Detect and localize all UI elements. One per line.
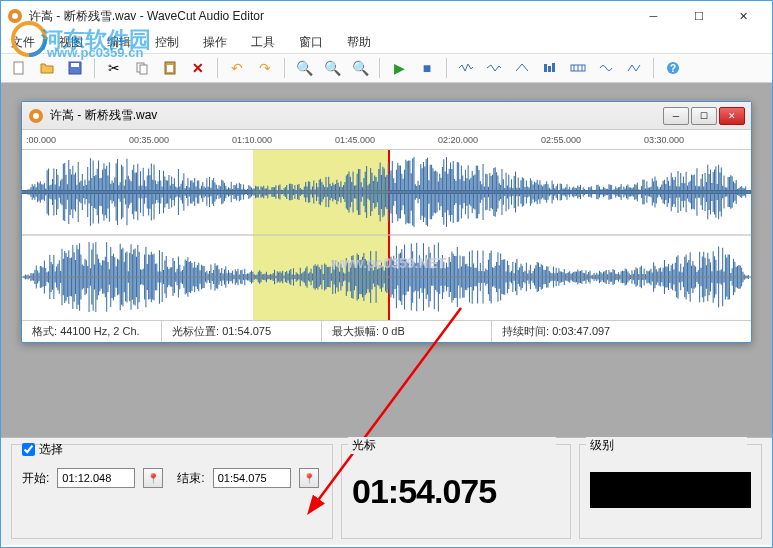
waveform-area[interactable] — [22, 150, 751, 320]
status-cursor: 光标位置: 01:54.075 — [162, 321, 322, 342]
menu-edit[interactable]: 编辑 — [107, 34, 131, 51]
maximize-button[interactable]: ☐ — [676, 2, 721, 30]
document-titlebar[interactable]: 许嵩 - 断桥残雪.wav ─ ☐ ✕ — [22, 102, 751, 130]
svg-rect-4 — [71, 63, 79, 67]
time-tick: 02:55.000 — [541, 135, 644, 145]
window-titlebar: 许嵩 - 断桥残雪.wav - WaveCut Audio Editor ─ ☐… — [1, 1, 772, 31]
svg-rect-10 — [548, 66, 551, 72]
cursor-time-display: 01:54.075 — [352, 472, 560, 511]
help-toolbar-button[interactable]: ? — [661, 56, 685, 80]
timeline-ruler[interactable]: :00.000 00:35.000 01:10.000 01:45.000 02… — [22, 130, 751, 150]
svg-rect-9 — [544, 64, 547, 72]
time-tick: 02:20.000 — [438, 135, 541, 145]
workspace: 许嵩 - 断桥残雪.wav ─ ☐ ✕ :00.000 00:35.000 01… — [1, 83, 772, 437]
undo-button[interactable]: ↶ — [225, 56, 249, 80]
copy-button[interactable] — [130, 56, 154, 80]
zoom-fit-button[interactable]: 🔍 — [348, 56, 372, 80]
level-meter — [590, 472, 751, 508]
selection-label: 选择 — [39, 441, 63, 458]
save-button[interactable] — [63, 56, 87, 80]
cursor-panel-label: 光标 — [348, 437, 556, 454]
effect1-button[interactable] — [454, 56, 478, 80]
start-input[interactable] — [57, 468, 135, 488]
menu-control[interactable]: 控制 — [155, 34, 179, 51]
time-tick: 01:45.000 — [335, 135, 438, 145]
app-icon — [7, 8, 23, 24]
minimize-button[interactable]: ─ — [631, 2, 676, 30]
document-icon — [28, 108, 44, 124]
paste-button[interactable] — [158, 56, 182, 80]
delete-button[interactable]: ✕ — [186, 56, 210, 80]
stop-button[interactable]: ■ — [415, 56, 439, 80]
svg-rect-2 — [14, 62, 23, 74]
effect6-button[interactable] — [594, 56, 618, 80]
svg-rect-8 — [167, 65, 173, 72]
waveform-render — [22, 150, 751, 320]
start-picker-button[interactable]: 📍 — [143, 468, 163, 488]
effect4-button[interactable] — [538, 56, 562, 80]
level-panel: 级别 — [579, 444, 762, 539]
play-button[interactable]: ▶ — [387, 56, 411, 80]
selection-panel: 选择 开始: 📍 结束: 📍 — [11, 444, 333, 539]
bottom-panel: 选择 开始: 📍 结束: 📍 光标 01:54.075 级别 — [1, 437, 772, 545]
menu-operate[interactable]: 操作 — [203, 34, 227, 51]
scissors-icon: ✂ — [108, 60, 120, 76]
pin-icon: 📍 — [303, 473, 315, 484]
svg-text:?: ? — [670, 63, 676, 74]
effect5-button[interactable] — [566, 56, 590, 80]
new-button[interactable] — [7, 56, 31, 80]
cursor-panel: 光标 01:54.075 — [341, 444, 571, 539]
time-tick: 03:30.000 — [644, 135, 747, 145]
menu-window[interactable]: 窗口 — [299, 34, 323, 51]
zoom-out-button[interactable]: 🔍 — [320, 56, 344, 80]
time-tick: 01:10.000 — [232, 135, 335, 145]
status-bar: 格式: 44100 Hz, 2 Ch. 光标位置: 01:54.075 最大振幅… — [22, 320, 751, 342]
svg-rect-6 — [140, 65, 147, 74]
end-picker-button[interactable]: 📍 — [299, 468, 319, 488]
doc-close-button[interactable]: ✕ — [719, 107, 745, 125]
doc-maximize-button[interactable]: ☐ — [691, 107, 717, 125]
effect7-button[interactable] — [622, 56, 646, 80]
svg-point-19 — [33, 113, 39, 119]
document-window: 许嵩 - 断桥残雪.wav ─ ☐ ✕ :00.000 00:35.000 01… — [21, 101, 752, 343]
menu-tool[interactable]: 工具 — [251, 34, 275, 51]
end-input[interactable] — [213, 468, 291, 488]
status-format: 格式: 44100 Hz, 2 Ch. — [22, 321, 162, 342]
menu-file[interactable]: 文件 — [11, 34, 35, 51]
end-label: 结束: — [177, 470, 204, 487]
toolbar: ✂ ✕ ↶ ↷ 🔍 🔍 🔍 ▶ ■ ? — [1, 53, 772, 83]
time-tick: :00.000 — [26, 135, 129, 145]
effect3-button[interactable] — [510, 56, 534, 80]
close-button[interactable]: ✕ — [721, 2, 766, 30]
window-title: 许嵩 - 断桥残雪.wav - WaveCut Audio Editor — [29, 8, 631, 25]
level-panel-label: 级别 — [586, 437, 747, 454]
svg-point-1 — [12, 13, 18, 19]
time-tick: 00:35.000 — [129, 135, 232, 145]
menubar: 文件 视图 编辑 控制 操作 工具 窗口 帮助 — [1, 31, 772, 53]
pin-icon: 📍 — [147, 473, 159, 484]
selection-checkbox[interactable] — [22, 443, 35, 456]
zoom-in-button[interactable]: 🔍 — [292, 56, 316, 80]
status-duration: 持续时间: 0:03:47.097 — [492, 321, 751, 342]
menu-help[interactable]: 帮助 — [347, 34, 371, 51]
open-button[interactable] — [35, 56, 59, 80]
document-title: 许嵩 - 断桥残雪.wav — [50, 107, 663, 124]
doc-minimize-button[interactable]: ─ — [663, 107, 689, 125]
redo-button[interactable]: ↷ — [253, 56, 277, 80]
svg-rect-11 — [552, 63, 555, 72]
status-maxamp: 最大振幅: 0 dB — [322, 321, 492, 342]
start-label: 开始: — [22, 470, 49, 487]
menu-view[interactable]: 视图 — [59, 34, 83, 51]
cut-button[interactable]: ✂ — [102, 56, 126, 80]
effect2-button[interactable] — [482, 56, 506, 80]
